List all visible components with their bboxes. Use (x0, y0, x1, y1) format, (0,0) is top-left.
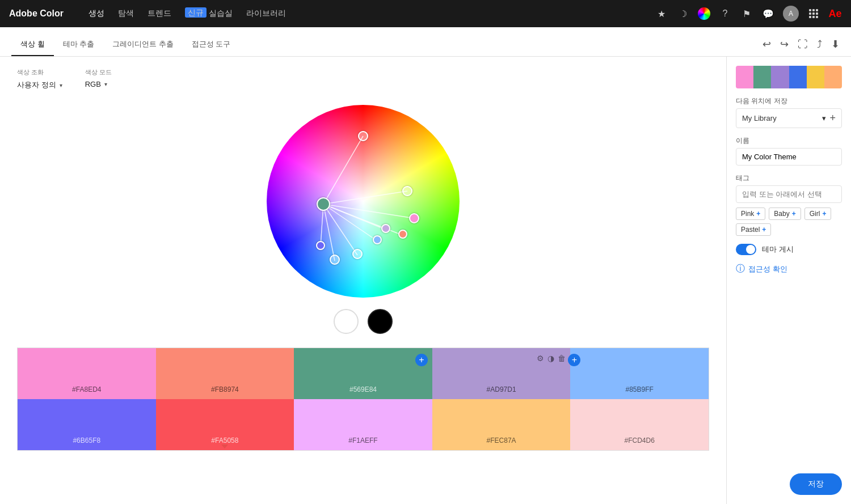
theme-strip-1 (736, 66, 753, 88)
color-cell-fb8974[interactable]: #FB8974 (156, 348, 294, 399)
nav-explore[interactable]: 탐색 (118, 9, 134, 19)
mode-label: 색상 모드 (85, 68, 112, 77)
save-button[interactable]: 저장 (790, 473, 842, 495)
color-spectrum-icon[interactable] (698, 7, 710, 20)
main-layout: 색상 조화 사용자 정의 ▾ 색상 모드 RGB ▾ (0, 57, 851, 504)
star-icon[interactable]: ★ (655, 7, 668, 20)
color-cell-f1aeff[interactable]: #F1AEFF (294, 399, 432, 450)
hex-f1aeff: #F1AEFF (348, 437, 377, 444)
color-cell-fec87a[interactable]: #FEC87A (432, 399, 571, 450)
adobe-icon[interactable]: Ae (828, 7, 842, 20)
name-label: 이름 (736, 136, 842, 146)
swatch-circles (334, 309, 393, 334)
accessibility-icon: ⓘ (736, 263, 745, 275)
chevron-down-icon: ▾ (822, 114, 826, 122)
tag-pastel[interactable]: Pastel + (736, 223, 771, 236)
library-name: My Library (742, 114, 777, 122)
sub-nav-tabs: 색상 휠 테마 추출 그레이디언트 추출 접근성 도구 (11, 39, 240, 56)
wheel-dot-7[interactable] (330, 255, 340, 265)
fullscreen-icon[interactable]: ⛶ (798, 39, 808, 50)
hex-fcd4d6: #FCD4D6 (625, 437, 655, 444)
harmony-select[interactable]: 사용자 정의 ▾ (17, 80, 62, 90)
tag-input[interactable] (736, 185, 842, 203)
share-icon[interactable]: ⤴ (817, 39, 822, 50)
tag-baby[interactable]: Baby + (769, 207, 801, 220)
download-icon[interactable]: ⬇ (831, 38, 840, 50)
library-selector[interactable]: My Library ▾ + (736, 108, 842, 128)
selector-right: ▾ + (822, 112, 836, 124)
redo-icon[interactable]: ↪ (780, 38, 789, 50)
color-cell-ad97d1[interactable]: ⚙ ◑ 🗑 + #AD97D1 (432, 348, 571, 399)
controls-row: 색상 조화 사용자 정의 ▾ 색상 모드 RGB ▾ (17, 68, 709, 90)
wheel-dot-8[interactable] (316, 241, 325, 250)
color-cell-fa5058[interactable]: #FA5058 (156, 399, 294, 450)
settings-icon[interactable]: ⚙ (537, 354, 544, 363)
wheel-dot-1[interactable] (402, 186, 412, 196)
tab-theme-extract[interactable]: 테마 추출 (54, 39, 104, 56)
accessibility-row[interactable]: ⓘ 접근성 확인 (736, 263, 842, 275)
publish-label: 테마 게시 (762, 244, 794, 255)
hex-fa5058: #FA5058 (211, 437, 238, 444)
wheel-canvas (267, 105, 460, 298)
nav-create[interactable]: 생성 (89, 9, 104, 19)
delete-icon[interactable]: 🗑 (558, 354, 566, 363)
color-wheel[interactable] (267, 105, 460, 298)
hex-ad97d1: #AD97D1 (487, 386, 516, 393)
toggle-row: 테마 게시 (736, 244, 842, 255)
wheel-dot-5[interactable] (373, 235, 382, 244)
tag-pink[interactable]: Pink + (736, 207, 765, 220)
app-logo: Adobe Color (9, 9, 64, 19)
harmony-chevron: ▾ (60, 82, 62, 88)
wheel-dot-2[interactable] (409, 213, 419, 223)
color-cell-569e84[interactable]: + #569E84 (294, 348, 432, 399)
harmony-control: 색상 조화 사용자 정의 ▾ (17, 68, 62, 90)
tab-color-wheel[interactable]: 색상 휠 (11, 39, 54, 56)
hex-569e84: #569E84 (349, 386, 377, 393)
right-panel: 다음 위치에 저장 My Library ▾ + 이름 태그 Pink + (726, 57, 851, 504)
apps-grid-icon[interactable] (807, 7, 820, 20)
help-icon[interactable]: ? (718, 7, 732, 20)
contrast-icon[interactable]: ◑ (547, 354, 554, 363)
nav-lab[interactable]: 신규 실습실 (185, 9, 233, 19)
wheel-dot-3[interactable] (398, 230, 407, 239)
nav-library[interactable]: 라이브러리 (246, 9, 286, 19)
theme-strip-2 (753, 66, 771, 88)
mode-chevron: ▾ (104, 81, 107, 87)
undo-icon[interactable]: ↩ (762, 38, 771, 50)
name-section: 이름 (736, 136, 842, 166)
hex-85b9ff: #85B9FF (626, 386, 654, 393)
wheel-dot-4[interactable] (381, 224, 390, 233)
save-to-section: 다음 위치에 저장 My Library ▾ + (736, 96, 842, 128)
cell-icons: ⚙ ◑ 🗑 (537, 354, 566, 363)
top-nav: Adobe Color 생성 탐색 트렌드 신규 실습실 라이브러리 ★ ☽ ?… (0, 0, 851, 27)
avatar[interactable]: A (783, 6, 799, 22)
bookmark-icon[interactable]: ⚑ (740, 7, 753, 20)
chat-icon[interactable]: 💬 (761, 7, 775, 20)
wheel-dot-center[interactable] (317, 197, 330, 211)
color-cell-85b9ff[interactable]: #85B9FF (570, 348, 709, 399)
wheel-dot-0[interactable] (358, 131, 368, 141)
nav-trends[interactable]: 트렌드 (148, 9, 171, 19)
add-icon-569e84[interactable]: + (415, 354, 428, 366)
wheel-dot-6[interactable] (352, 249, 363, 259)
toggle-knob (746, 245, 755, 254)
theme-strip-4 (789, 66, 807, 88)
tag-plus-baby: + (792, 210, 796, 218)
name-input[interactable] (736, 148, 842, 166)
publish-toggle[interactable] (736, 244, 756, 255)
tab-accessibility[interactable]: 접근성 도구 (183, 39, 240, 56)
color-cell-6b65f8[interactable]: #6B65F8 (18, 399, 156, 450)
theme-strip (736, 66, 842, 88)
swatch-white[interactable] (334, 309, 359, 334)
tab-gradient-extract[interactable]: 그레이디언트 추출 (103, 39, 183, 56)
tags-row: Pink + Baby + Girl + Pastel + (736, 207, 842, 236)
swatch-black[interactable] (368, 309, 393, 334)
add-library-icon[interactable]: + (829, 112, 836, 124)
tag-plus-pink: + (756, 210, 760, 218)
triangle-down (221, 444, 228, 448)
tag-girl[interactable]: Girl + (804, 207, 832, 220)
mode-select[interactable]: RGB ▾ (85, 80, 112, 88)
color-cell-fa8ed4[interactable]: #FA8ED4 (18, 348, 156, 399)
color-cell-fcd4d6[interactable]: #FCD4D6 (570, 399, 709, 450)
moon-icon[interactable]: ☽ (676, 7, 690, 20)
